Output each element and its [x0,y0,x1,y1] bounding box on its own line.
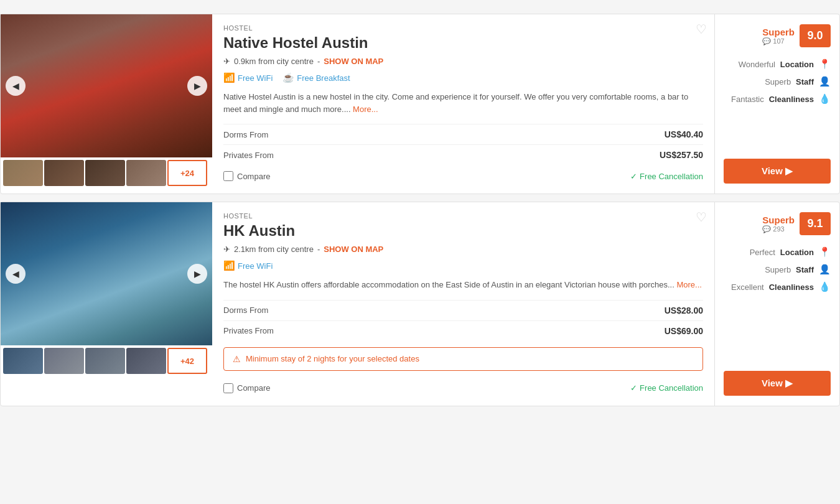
staff-criterion-icon: 👤 [819,76,831,87]
reviews-count: 107 [773,37,784,45]
description-text: The hostel HK Austin offers affordable a… [223,279,703,291]
rating-criteria: Wonderful Location 📍 Superb Staff 👤 Fant… [724,58,831,111]
privates-price-row: Privates From US$257.50 [223,144,703,165]
minimum-stay-text: Minimum stay of 2 nights for your select… [246,354,419,363]
thumbnail-2[interactable] [44,160,84,186]
minimum-stay-notice: ⚠ Minimum stay of 2 nights for your sele… [223,347,703,371]
listing-card-hostel2: ◀ ▶ +42 ♡ HOSTEL HK Austin ✈ 2.1km from … [0,202,840,406]
property-title: Native Hostel Austin [223,34,703,52]
listing-card-hostel1: ◀ ▶ +24 ♡ HOSTEL Native Hostel Austin ✈ … [0,14,840,194]
main-image: ◀ ▶ [1,14,212,157]
breakfast-icon: ☕ [282,72,294,83]
criterion-bold: Cleanliness [769,95,814,104]
privates-price-row: Privates From US$69.00 [223,320,703,341]
view-button[interactable]: View ▶ [724,159,831,184]
thumbnail-2[interactable] [44,348,84,374]
thumbnail-3[interactable] [85,348,125,374]
amenity-label: Free WiFi [238,73,273,83]
amenity-breakfast: ☕ Free Breakfast [282,72,350,83]
score-reviews: 💬 107 [762,37,795,45]
criterion-staff: Superb Staff 👤 [724,76,831,87]
more-link[interactable]: More... [676,280,701,289]
rating-section: Superb 💬 293 9.1 Perfect Location 📍 Supe… [715,202,839,406]
favorite-button[interactable]: ♡ [696,22,707,37]
thumbnail-4[interactable] [126,348,166,374]
thumbnail-4[interactable] [126,160,166,186]
warning-icon: ⚠ [233,354,241,364]
score-label: Superb 💬 107 [762,27,795,45]
image-prev-button[interactable]: ◀ [6,76,26,96]
privates-label: Privates From [223,151,274,160]
thumbnail-1[interactable] [3,160,43,186]
more-link[interactable]: More... [353,105,378,114]
compare-label[interactable]: Compare [223,383,270,393]
compare-checkbox[interactable] [223,171,233,181]
property-type: HOSTEL [223,24,703,32]
dorms-label: Dorms From [223,130,268,139]
dorms-price-row: Dorms From US$40.40 [223,124,703,144]
score-badge: 9.0 [800,24,831,47]
criterion-staff: Superb Staff 👤 [724,264,831,275]
score-badge: 9.1 [800,212,831,235]
thumbnail-strip: +24 [1,157,212,189]
criterion-location: Wonderful Location 📍 [724,58,831,70]
compare-label[interactable]: Compare [223,171,270,181]
location-criterion-icon: 📍 [819,246,831,258]
location-row: ✈ 2.1km from city centre - SHOW ON MAP [223,245,703,254]
description-text: Native Hostel Austin is a new hostel in … [223,91,703,115]
criterion-prefix: Superb [765,77,791,86]
distance-text: 0.9km from city centre [234,57,314,66]
dorms-label: Dorms From [223,306,268,315]
location-criterion-icon: 📍 [819,58,831,70]
thumbnail-1[interactable] [3,348,43,374]
criterion-cleanliness: Fantastic Cleanliness 💧 [724,93,831,105]
criterion-prefix: Perfect [750,248,775,257]
more-photos-button[interactable]: +24 [167,160,207,186]
more-photos-button[interactable]: +42 [167,348,207,374]
chat-icon: 💬 [762,37,771,45]
criterion-bold: Staff [796,77,814,86]
compare-text: Compare [237,383,270,393]
location-row: ✈ 0.9km from city centre - SHOW ON MAP [223,57,703,66]
amenities-row: 📶 Free WiFi ☕ Free Breakfast [223,72,703,83]
property-type: HOSTEL [223,212,703,220]
rating-section: Superb 💬 107 9.0 Wonderful Location 📍 Su… [715,14,839,194]
cleanliness-criterion-icon: 💧 [819,93,831,105]
score-reviews: 💬 293 [762,225,795,233]
favorite-button[interactable]: ♡ [696,210,707,225]
navigation-icon: ✈ [223,57,230,66]
criterion-bold: Location [780,248,814,257]
view-button[interactable]: View ▶ [724,371,831,396]
show-on-map-link[interactable]: SHOW ON MAP [324,245,383,254]
free-cancellation-text: ✓ Free Cancellation [630,383,703,393]
main-image: ◀ ▶ [1,202,212,345]
navigation-icon: ✈ [223,245,230,254]
content-section: ♡ HOSTEL HK Austin ✈ 2.1km from city cen… [212,202,715,406]
image-next-button[interactable]: ▶ [187,264,207,284]
dash-separator: - [317,245,320,254]
amenities-row: 📶 Free WiFi [223,260,703,271]
image-next-button[interactable]: ▶ [187,76,207,96]
criterion-prefix: Wonderful [739,60,775,69]
checkmark-icon: ✓ [630,383,637,393]
reviews-count: 293 [773,225,784,233]
score-text: Superb [762,215,795,225]
rating-criteria: Perfect Location 📍 Superb Staff 👤 Excell… [724,246,831,299]
dorms-price: US$40.40 [665,129,703,139]
image-prev-button[interactable]: ◀ [6,264,26,284]
score-text: Superb [762,27,795,37]
dorms-price-row: Dorms From US$28.00 [223,300,703,320]
show-on-map-link[interactable]: SHOW ON MAP [324,57,383,66]
dorms-price: US$28.00 [665,306,703,315]
dash-separator: - [317,57,320,66]
distance-text: 2.1km from city centre [234,245,314,254]
amenity-label: Free Breakfast [297,73,350,83]
thumbnail-strip: +42 [1,345,212,376]
privates-price: US$257.50 [660,150,703,160]
compare-checkbox[interactable] [223,383,233,393]
amenity-label: Free WiFi [238,261,273,271]
chat-icon: 💬 [762,225,771,233]
thumbnail-3[interactable] [85,160,125,186]
image-section: ◀ ▶ +24 [1,14,212,194]
privates-label: Privates From [223,326,274,335]
